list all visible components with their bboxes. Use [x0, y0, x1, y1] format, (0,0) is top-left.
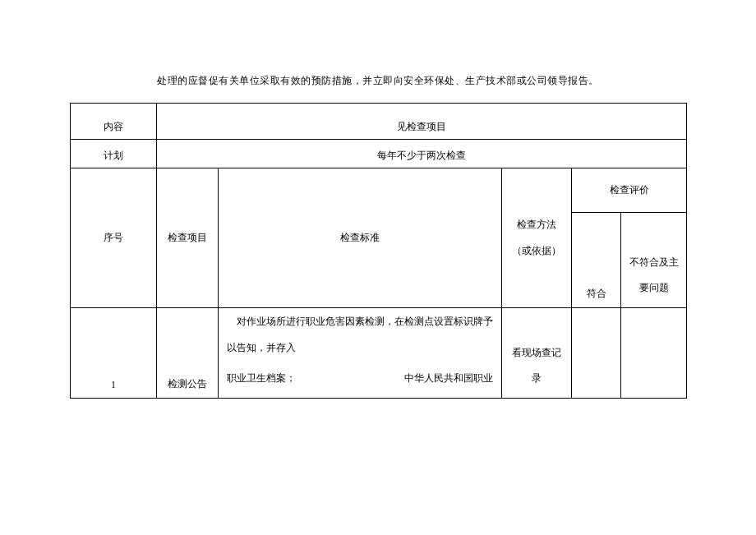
hdr-eval: 检查评价	[572, 168, 687, 213]
hdr-method-line1: 检查方法	[502, 212, 571, 238]
hdr-method-line2: （或依据）	[502, 238, 571, 264]
cell-evalok-1	[572, 308, 621, 399]
data-row-1: 1 检测公告 对作业场所进行职业危害因素检测，在检测点设置标识牌予以告知，并存入…	[71, 308, 687, 399]
std-line1: 对作业场所进行职业危害因素检测，在检测点设置标识牌予以告知，并存入	[227, 309, 493, 360]
row-header-upper: 序号 检查项目 检查标准 检查方法 （或依据） 检查评价	[71, 168, 687, 213]
method-line2: 录	[502, 366, 571, 391]
cell-seq-1: 1	[71, 308, 157, 399]
hdr-eval-ng-line2: 要问题	[621, 275, 686, 301]
hdr-eval-ok: 符合	[572, 213, 621, 308]
inspection-table: 内容 见检查项目 计划 每年不少于两次检查 序号 检查项目 检查标准 检查方法 …	[70, 103, 687, 399]
hdr-eval-ng-line1: 不符合及主	[621, 250, 686, 275]
cell-plan-value: 每年不少于两次检查	[157, 140, 687, 168]
method-line1: 看现场查记	[502, 340, 571, 366]
cell-plan-label: 计划	[71, 140, 157, 168]
cell-evalng-1	[621, 308, 687, 399]
hdr-item: 检查项目	[157, 168, 219, 308]
cell-content-value: 见检查项目	[157, 104, 687, 140]
std-line2-right: 中华人民共和国职业	[404, 366, 493, 391]
cell-content-label: 内容	[71, 104, 157, 140]
row-plan: 计划 每年不少于两次检查	[71, 140, 687, 168]
hdr-method: 检查方法 （或依据）	[502, 168, 572, 308]
row-content: 内容 见检查项目	[71, 104, 687, 140]
intro-paragraph: 处理的应督促有关单位采取有效的预防措施，并立即向安全环保处、生产技术部或公司领导…	[70, 74, 686, 88]
document-page: 处理的应督促有关单位采取有效的预防措施，并立即向安全环保处、生产技术部或公司领导…	[0, 0, 756, 399]
hdr-seq: 序号	[71, 168, 157, 308]
cell-item-1: 检测公告	[157, 308, 219, 399]
cell-method-1: 看现场查记 录	[502, 308, 572, 399]
hdr-standard: 检查标准	[219, 168, 502, 308]
cell-standard-1: 对作业场所进行职业危害因素检测，在检测点设置标识牌予以告知，并存入 职业卫生档案…	[219, 308, 502, 399]
std-line2-left: 职业卫生档案；	[227, 366, 296, 391]
hdr-eval-ng: 不符合及主 要问题	[621, 213, 687, 308]
